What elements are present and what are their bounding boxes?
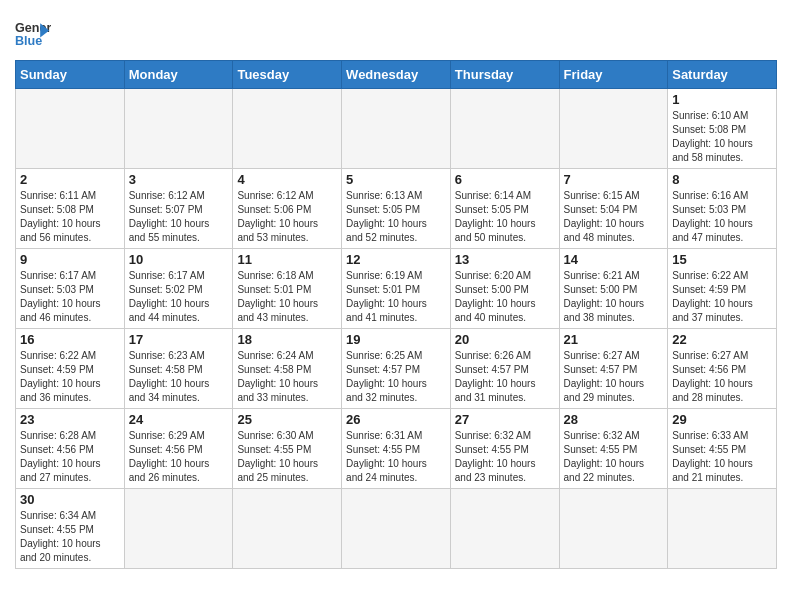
day-info: Sunrise: 6:23 AM Sunset: 4:58 PM Dayligh… bbox=[129, 349, 229, 405]
calendar-cell: 27Sunrise: 6:32 AM Sunset: 4:55 PM Dayli… bbox=[450, 409, 559, 489]
day-number: 8 bbox=[672, 172, 772, 187]
day-info: Sunrise: 6:32 AM Sunset: 4:55 PM Dayligh… bbox=[455, 429, 555, 485]
calendar-cell: 2Sunrise: 6:11 AM Sunset: 5:08 PM Daylig… bbox=[16, 169, 125, 249]
day-number: 15 bbox=[672, 252, 772, 267]
calendar-cell bbox=[16, 89, 125, 169]
day-number: 16 bbox=[20, 332, 120, 347]
calendar-cell: 10Sunrise: 6:17 AM Sunset: 5:02 PM Dayli… bbox=[124, 249, 233, 329]
day-number: 7 bbox=[564, 172, 664, 187]
calendar-week-row: 30Sunrise: 6:34 AM Sunset: 4:55 PM Dayli… bbox=[16, 489, 777, 569]
day-info: Sunrise: 6:14 AM Sunset: 5:05 PM Dayligh… bbox=[455, 189, 555, 245]
day-info: Sunrise: 6:34 AM Sunset: 4:55 PM Dayligh… bbox=[20, 509, 120, 565]
day-info: Sunrise: 6:17 AM Sunset: 5:03 PM Dayligh… bbox=[20, 269, 120, 325]
column-header-thursday: Thursday bbox=[450, 61, 559, 89]
day-info: Sunrise: 6:31 AM Sunset: 4:55 PM Dayligh… bbox=[346, 429, 446, 485]
day-number: 11 bbox=[237, 252, 337, 267]
calendar-header-row: SundayMondayTuesdayWednesdayThursdayFrid… bbox=[16, 61, 777, 89]
calendar-cell: 7Sunrise: 6:15 AM Sunset: 5:04 PM Daylig… bbox=[559, 169, 668, 249]
day-info: Sunrise: 6:33 AM Sunset: 4:55 PM Dayligh… bbox=[672, 429, 772, 485]
day-number: 25 bbox=[237, 412, 337, 427]
day-number: 6 bbox=[455, 172, 555, 187]
day-info: Sunrise: 6:12 AM Sunset: 5:07 PM Dayligh… bbox=[129, 189, 229, 245]
calendar-cell bbox=[450, 489, 559, 569]
calendar-cell bbox=[668, 489, 777, 569]
day-number: 27 bbox=[455, 412, 555, 427]
day-info: Sunrise: 6:27 AM Sunset: 4:57 PM Dayligh… bbox=[564, 349, 664, 405]
calendar-week-row: 23Sunrise: 6:28 AM Sunset: 4:56 PM Dayli… bbox=[16, 409, 777, 489]
calendar-cell: 14Sunrise: 6:21 AM Sunset: 5:00 PM Dayli… bbox=[559, 249, 668, 329]
calendar-cell: 13Sunrise: 6:20 AM Sunset: 5:00 PM Dayli… bbox=[450, 249, 559, 329]
calendar-cell: 17Sunrise: 6:23 AM Sunset: 4:58 PM Dayli… bbox=[124, 329, 233, 409]
day-number: 14 bbox=[564, 252, 664, 267]
day-info: Sunrise: 6:22 AM Sunset: 4:59 PM Dayligh… bbox=[672, 269, 772, 325]
day-info: Sunrise: 6:12 AM Sunset: 5:06 PM Dayligh… bbox=[237, 189, 337, 245]
day-info: Sunrise: 6:18 AM Sunset: 5:01 PM Dayligh… bbox=[237, 269, 337, 325]
day-number: 5 bbox=[346, 172, 446, 187]
day-info: Sunrise: 6:13 AM Sunset: 5:05 PM Dayligh… bbox=[346, 189, 446, 245]
calendar-cell bbox=[233, 89, 342, 169]
page: General Blue SundayMondayTuesdayWednesda… bbox=[0, 0, 792, 584]
day-number: 3 bbox=[129, 172, 229, 187]
column-header-tuesday: Tuesday bbox=[233, 61, 342, 89]
calendar-cell bbox=[559, 89, 668, 169]
calendar-week-row: 2Sunrise: 6:11 AM Sunset: 5:08 PM Daylig… bbox=[16, 169, 777, 249]
calendar: SundayMondayTuesdayWednesdayThursdayFrid… bbox=[15, 60, 777, 569]
calendar-cell: 6Sunrise: 6:14 AM Sunset: 5:05 PM Daylig… bbox=[450, 169, 559, 249]
day-number: 24 bbox=[129, 412, 229, 427]
calendar-week-row: 16Sunrise: 6:22 AM Sunset: 4:59 PM Dayli… bbox=[16, 329, 777, 409]
column-header-sunday: Sunday bbox=[16, 61, 125, 89]
calendar-cell: 21Sunrise: 6:27 AM Sunset: 4:57 PM Dayli… bbox=[559, 329, 668, 409]
column-header-friday: Friday bbox=[559, 61, 668, 89]
svg-text:Blue: Blue bbox=[15, 34, 42, 48]
day-number: 26 bbox=[346, 412, 446, 427]
calendar-cell: 16Sunrise: 6:22 AM Sunset: 4:59 PM Dayli… bbox=[16, 329, 125, 409]
day-info: Sunrise: 6:16 AM Sunset: 5:03 PM Dayligh… bbox=[672, 189, 772, 245]
calendar-cell: 5Sunrise: 6:13 AM Sunset: 5:05 PM Daylig… bbox=[342, 169, 451, 249]
calendar-cell: 8Sunrise: 6:16 AM Sunset: 5:03 PM Daylig… bbox=[668, 169, 777, 249]
day-number: 21 bbox=[564, 332, 664, 347]
calendar-cell: 24Sunrise: 6:29 AM Sunset: 4:56 PM Dayli… bbox=[124, 409, 233, 489]
day-number: 20 bbox=[455, 332, 555, 347]
day-info: Sunrise: 6:17 AM Sunset: 5:02 PM Dayligh… bbox=[129, 269, 229, 325]
day-info: Sunrise: 6:26 AM Sunset: 4:57 PM Dayligh… bbox=[455, 349, 555, 405]
calendar-cell: 15Sunrise: 6:22 AM Sunset: 4:59 PM Dayli… bbox=[668, 249, 777, 329]
calendar-cell bbox=[342, 489, 451, 569]
day-info: Sunrise: 6:11 AM Sunset: 5:08 PM Dayligh… bbox=[20, 189, 120, 245]
day-number: 29 bbox=[672, 412, 772, 427]
calendar-cell bbox=[233, 489, 342, 569]
day-number: 2 bbox=[20, 172, 120, 187]
day-number: 9 bbox=[20, 252, 120, 267]
day-number: 17 bbox=[129, 332, 229, 347]
calendar-cell: 30Sunrise: 6:34 AM Sunset: 4:55 PM Dayli… bbox=[16, 489, 125, 569]
day-info: Sunrise: 6:32 AM Sunset: 4:55 PM Dayligh… bbox=[564, 429, 664, 485]
day-info: Sunrise: 6:27 AM Sunset: 4:56 PM Dayligh… bbox=[672, 349, 772, 405]
calendar-week-row: 9Sunrise: 6:17 AM Sunset: 5:03 PM Daylig… bbox=[16, 249, 777, 329]
day-number: 18 bbox=[237, 332, 337, 347]
day-number: 23 bbox=[20, 412, 120, 427]
calendar-cell bbox=[124, 89, 233, 169]
calendar-cell bbox=[450, 89, 559, 169]
calendar-cell: 3Sunrise: 6:12 AM Sunset: 5:07 PM Daylig… bbox=[124, 169, 233, 249]
day-info: Sunrise: 6:29 AM Sunset: 4:56 PM Dayligh… bbox=[129, 429, 229, 485]
calendar-cell: 20Sunrise: 6:26 AM Sunset: 4:57 PM Dayli… bbox=[450, 329, 559, 409]
calendar-cell: 25Sunrise: 6:30 AM Sunset: 4:55 PM Dayli… bbox=[233, 409, 342, 489]
day-number: 19 bbox=[346, 332, 446, 347]
day-info: Sunrise: 6:19 AM Sunset: 5:01 PM Dayligh… bbox=[346, 269, 446, 325]
calendar-cell: 29Sunrise: 6:33 AM Sunset: 4:55 PM Dayli… bbox=[668, 409, 777, 489]
column-header-saturday: Saturday bbox=[668, 61, 777, 89]
calendar-cell: 18Sunrise: 6:24 AM Sunset: 4:58 PM Dayli… bbox=[233, 329, 342, 409]
day-info: Sunrise: 6:15 AM Sunset: 5:04 PM Dayligh… bbox=[564, 189, 664, 245]
day-number: 22 bbox=[672, 332, 772, 347]
calendar-cell bbox=[559, 489, 668, 569]
column-header-wednesday: Wednesday bbox=[342, 61, 451, 89]
calendar-cell bbox=[124, 489, 233, 569]
day-number: 28 bbox=[564, 412, 664, 427]
day-number: 30 bbox=[20, 492, 120, 507]
day-number: 10 bbox=[129, 252, 229, 267]
calendar-cell: 4Sunrise: 6:12 AM Sunset: 5:06 PM Daylig… bbox=[233, 169, 342, 249]
logo: General Blue bbox=[15, 16, 51, 52]
day-number: 1 bbox=[672, 92, 772, 107]
calendar-cell: 1Sunrise: 6:10 AM Sunset: 5:08 PM Daylig… bbox=[668, 89, 777, 169]
calendar-cell: 19Sunrise: 6:25 AM Sunset: 4:57 PM Dayli… bbox=[342, 329, 451, 409]
calendar-cell: 23Sunrise: 6:28 AM Sunset: 4:56 PM Dayli… bbox=[16, 409, 125, 489]
